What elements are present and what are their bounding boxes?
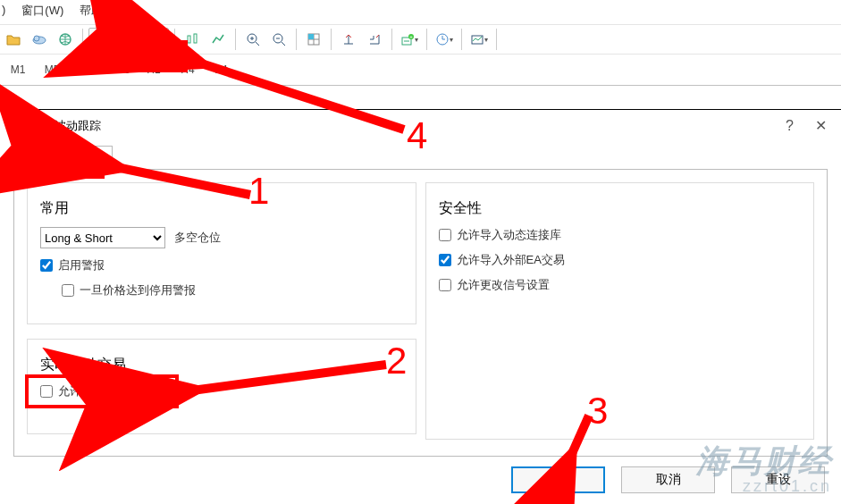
line-chart-icon[interactable] (206, 28, 230, 51)
group-common-legend: 常用 (40, 200, 69, 215)
indicator-icon[interactable]: +▾ (398, 28, 421, 51)
separator (496, 29, 497, 50)
group-common: 常用 Long & Short 多空仓位 启用警报 一旦 (27, 182, 416, 324)
tile-icon[interactable] (302, 28, 325, 51)
menubar: ) 窗口(W) 帮助(H) (0, 0, 841, 24)
candles-icon[interactable] (181, 28, 204, 51)
group-safety-legend: 安全性 (439, 200, 482, 215)
cancel-button[interactable]: 取消 (621, 466, 715, 493)
allow-ext-ea-checkbox[interactable]: 允许导入外部EA交易 (439, 252, 565, 268)
right-column: 安全性 允许导入动态连接库 允许导入外部EA交易 (425, 182, 815, 443)
svg-rect-17 (308, 34, 314, 39)
tf-m15[interactable]: M15 (70, 60, 102, 80)
combo-label: 多空仓位 (174, 230, 221, 246)
separator (331, 29, 332, 50)
svg-rect-6 (194, 34, 197, 43)
menu-help[interactable]: 帮助(H) (80, 3, 119, 19)
autotrade-stop-icon (97, 32, 111, 46)
tab-about[interactable]: 关于 (13, 145, 63, 169)
reset-button[interactable]: 重设 (731, 466, 825, 493)
cloud-icon[interactable] (28, 28, 51, 51)
separator (235, 29, 236, 50)
svg-point-1 (34, 36, 39, 41)
svg-rect-5 (188, 36, 190, 43)
allow-dll-checkbox[interactable]: 允许导入动态连接库 (439, 227, 561, 243)
tf-h1[interactable]: H1 (138, 60, 170, 80)
enable-alert-checkbox[interactable]: 启用警报 (40, 257, 105, 273)
position-type-select[interactable]: Long & Short (40, 227, 165, 248)
allow-signal-checkbox[interactable]: 允许更改信号设置 (439, 277, 550, 293)
tab-general[interactable]: 常用 (63, 146, 113, 170)
dialog-close-button[interactable]: ✕ (815, 119, 827, 133)
ok-button[interactable]: 确定 (511, 466, 605, 493)
autoscroll-icon[interactable] (363, 28, 386, 51)
globe-icon[interactable] (54, 28, 77, 51)
dialog-help-button[interactable]: ? (786, 119, 794, 133)
allow-live-trading-checkbox[interactable]: 允许实时自动交易 (40, 383, 151, 399)
left-column: 常用 Long & Short 多空仓位 启用警报 一旦 (27, 182, 416, 443)
autotrade-label: 自动交易 (114, 31, 161, 47)
separator (174, 29, 175, 50)
dialog-titlebar: Expert - 波动跟踪 ? ✕ (0, 110, 841, 142)
menubar-close-paren: ) (2, 3, 5, 19)
dialog-panel: 常用 Long & Short 多空仓位 启用警报 一旦 (13, 169, 828, 457)
tf-h4[interactable]: H4 (172, 60, 204, 80)
separator (296, 29, 297, 50)
main-toolbar: 自动交易 +▾ ▾ ▾ (0, 24, 841, 55)
folder-icon[interactable] (2, 28, 25, 51)
svg-text:+: + (409, 34, 413, 39)
tf-m1[interactable]: M1 (2, 60, 34, 80)
svg-line-12 (282, 42, 285, 46)
tf-m5[interactable]: M5 (36, 60, 68, 80)
separator (461, 29, 462, 50)
separator (82, 29, 83, 50)
separator (426, 29, 427, 50)
menu-window[interactable]: 窗口(W) (21, 3, 63, 19)
timeframe-bar: M1 M5 M15 M30 H1 H4 D1 (0, 55, 841, 86)
tab-row: 关于 常用 (0, 142, 841, 169)
separator (391, 29, 392, 50)
autotrade-button[interactable]: 自动交易 (88, 28, 169, 51)
expert-dialog: Expert - 波动跟踪 ? ✕ 关于 常用 常用 Long & Short … (0, 109, 841, 504)
svg-line-8 (256, 42, 259, 46)
shift-icon[interactable] (337, 28, 360, 51)
dialog-button-row: 确定 取消 重设 (511, 466, 825, 493)
period-icon[interactable]: ▾ (433, 28, 456, 51)
dialog-title: Expert - 波动跟踪 (11, 118, 101, 134)
svg-rect-4 (101, 37, 106, 42)
template-icon[interactable]: ▾ (467, 28, 491, 51)
group-live-legend: 实时自动交易 (40, 357, 126, 372)
zoom-out-icon[interactable] (267, 28, 290, 51)
group-safety: 安全性 允许导入动态连接库 允许导入外部EA交易 (425, 182, 815, 440)
tf-d1[interactable]: D1 (206, 60, 238, 80)
disable-alert-once-checkbox[interactable]: 一旦价格达到停用警报 (62, 282, 196, 298)
zoom-in-icon[interactable] (241, 28, 265, 51)
tf-m30[interactable]: M30 (104, 60, 136, 80)
group-live-trading: 实时自动交易 允许实时自动交易 (27, 339, 416, 434)
